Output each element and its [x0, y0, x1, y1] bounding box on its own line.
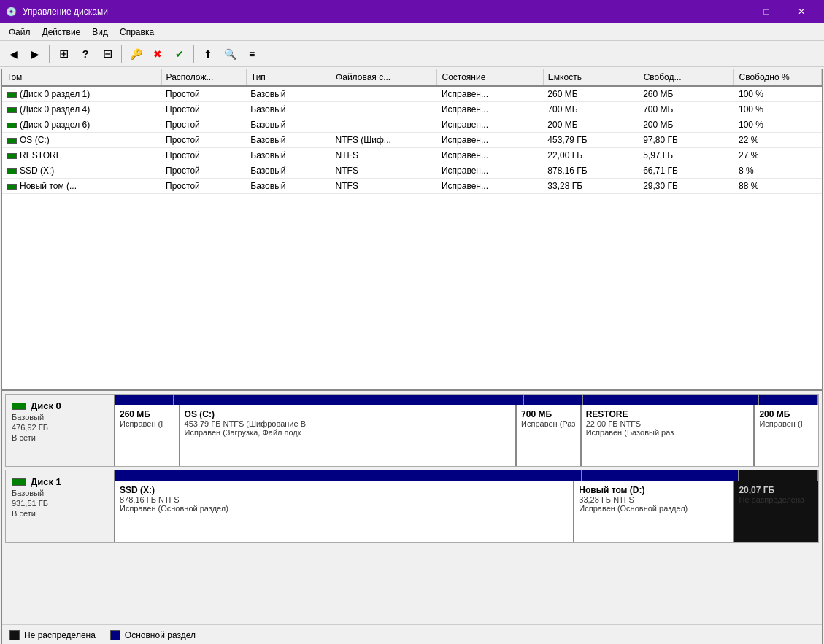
partition-bar-segment [759, 395, 818, 405]
volume-icon [7, 153, 17, 159]
maximize-button[interactable]: □ [750, 0, 783, 23]
partition-cell-sub2: Исправен (Основной раздел) [120, 504, 569, 513]
toolbar-up[interactable]: ⬆ [198, 44, 218, 64]
partition-cell-name: SSD (X:) [120, 485, 569, 495]
toolbar-forward[interactable]: ▶ [25, 44, 45, 64]
partition-cell[interactable]: 700 МБИсправен (Раз [517, 405, 582, 466]
toolbar-delete[interactable]: ✖ [147, 44, 168, 64]
partition-cell[interactable]: 200 МБИсправен (I [755, 405, 818, 466]
partition-cell-name: 700 МБ [521, 409, 576, 419]
partition-bar-segment [115, 470, 582, 481]
disk1-label: Диск 1 Базовый 931,51 ГБ В сети [6, 470, 115, 542]
col-volume[interactable]: Том [2, 69, 161, 86]
partition-bar-segment [174, 395, 524, 405]
table-row[interactable]: (Диск 0 раздел 1)ПростойБазовыйИсправен.… [2, 86, 822, 102]
toolbar-btn1[interactable]: ⊞ [53, 44, 74, 64]
main-content: Том Располож... Тип Файловая с... Состоя… [1, 69, 823, 644]
legend-label-unallocated: Не распределена [24, 630, 96, 640]
disk0-partitions: 260 МБИсправен (IOS (C:)453,79 ГБ NTFS (… [115, 395, 818, 466]
partition-cell-name: 260 МБ [120, 409, 174, 419]
partition-cell-sub1: Исправен (I [759, 419, 814, 428]
disk1-type: Базовый [12, 489, 108, 497]
toolbar-key[interactable]: 🔑 [126, 44, 146, 64]
partition-cell[interactable]: SSD (X:)878,16 ГБ NTFSИсправен (Основной… [115, 481, 574, 542]
partition-cell-name: Новый том (D:) [579, 485, 728, 495]
table-row[interactable]: (Диск 0 раздел 4)ПростойБазовыйИсправен.… [2, 102, 822, 117]
disk1-icon [12, 478, 26, 486]
table-row[interactable]: (Диск 0 раздел 6)ПростойБазовыйИсправен.… [2, 117, 822, 133]
toolbar-check[interactable]: ✔ [169, 44, 190, 64]
close-button[interactable]: ✕ [785, 0, 818, 23]
table-row[interactable]: RESTOREПростойБазовыйNTFSИсправен...22,0… [2, 148, 822, 163]
disk0-label: Диск 0 Базовый 476,92 ГБ В сети [6, 395, 115, 466]
disk1-partitions: SSD (X:)878,16 ГБ NTFSИсправен (Основной… [115, 470, 818, 542]
table-row[interactable]: OS (C:)ПростойБазовыйNTFS (Шиф...Исправе… [2, 133, 822, 148]
col-location[interactable]: Располож... [161, 69, 246, 86]
disk0-icon [12, 403, 26, 410]
disk-table: Том Располож... Тип Файловая с... Состоя… [2, 69, 822, 194]
toolbar-back[interactable]: ◀ [3, 44, 23, 64]
toolbar-search[interactable]: 🔍 [220, 44, 240, 64]
volume-icon [7, 138, 17, 144]
partition-bar-segment [524, 395, 583, 405]
list-area: Том Располож... Тип Файловая с... Состоя… [2, 69, 822, 391]
partition-bar-segment [115, 395, 174, 405]
disk0-status: В сети [12, 433, 108, 442]
disk1-name: Диск 1 [31, 476, 61, 487]
partition-cell-name: OS (C:) [185, 409, 512, 419]
menu-view[interactable]: Вид [86, 26, 114, 39]
disk1-status: В сети [12, 509, 108, 518]
menu-help[interactable]: Справка [114, 26, 160, 39]
legend-box-primary [110, 630, 120, 640]
col-status[interactable]: Состояние [437, 69, 543, 86]
disk0-size: 476,92 ГБ [12, 423, 108, 432]
legend-label-primary: Основной раздел [125, 630, 196, 640]
partition-cell-name: 20,07 ГБ [739, 485, 814, 495]
toolbar-list[interactable]: ≡ [242, 44, 262, 64]
menu-file[interactable]: Файл [3, 26, 36, 39]
partition-cell-name: 200 МБ [759, 409, 814, 419]
table-row[interactable]: SSD (X:)ПростойБазовыйNTFSИсправен...878… [2, 163, 822, 179]
partition-cell[interactable]: RESTORE22,00 ГБ NTFSИсправен (Базовый ра… [582, 405, 755, 466]
minimize-button[interactable]: — [715, 0, 748, 23]
menu-action[interactable]: Действие [36, 26, 87, 39]
col-capacity[interactable]: Емкость [543, 69, 639, 86]
table-row[interactable]: Новый том (...ПростойБазовыйNTFSИсправен… [2, 179, 822, 194]
volume-icon [7, 92, 17, 98]
volume-icon [7, 168, 17, 174]
legend-unallocated: Не распределена [9, 630, 96, 640]
volume-icon [7, 123, 17, 128]
disk-view-area: Диск 0 Базовый 476,92 ГБ В сети 260 МБИс… [2, 391, 822, 624]
partition-cell[interactable]: 20,07 ГБНе распределена [734, 481, 818, 542]
disk1-row: Диск 1 Базовый 931,51 ГБ В сети SSD (X:)… [5, 470, 819, 543]
partition-bar-segment [582, 470, 739, 481]
partition-cell[interactable]: Новый том (D:)33,28 ГБ NTFSИсправен (Осн… [574, 481, 734, 542]
partition-cell-name: RESTORE [586, 409, 750, 419]
col-filesystem[interactable]: Файловая с... [331, 69, 437, 86]
partition-bar-segment [583, 395, 758, 405]
partition-bar-segment [739, 470, 818, 481]
legend-box-unallocated [9, 630, 20, 640]
partition-cell[interactable]: 260 МБИсправен (I [115, 405, 180, 466]
partition-cell-sub2: Исправен (Загрузка, Файл подк [185, 428, 512, 437]
partition-cell-sub1: Исправен (Раз [521, 419, 576, 428]
menu-bar: Файл Действие Вид Справка [0, 23, 824, 41]
col-free[interactable]: Свобод... [639, 69, 734, 86]
disk0-name: Диск 0 [31, 400, 61, 411]
legend-primary: Основной раздел [110, 630, 196, 640]
partition-cell-sub1: 453,79 ГБ NTFS (Шифрование В [185, 419, 512, 428]
partition-cell-sub2: Исправен (Основной раздел) [579, 504, 728, 513]
partition-cell-sub2: Исправен (Базовый раз [586, 428, 750, 437]
col-type[interactable]: Тип [246, 69, 331, 86]
partition-cell-sub1: Исправен (I [120, 419, 174, 428]
legend-bar: Не распределена Основной раздел [2, 624, 822, 644]
partition-cell-sub1: Не распределена [739, 495, 814, 504]
volume-icon [7, 107, 17, 113]
volume-icon [7, 184, 17, 190]
toolbar-help-btn[interactable]: ? [75, 44, 96, 64]
partition-cell[interactable]: OS (C:)453,79 ГБ NTFS (Шифрование ВИспра… [180, 405, 517, 466]
disk0-row: Диск 0 Базовый 476,92 ГБ В сети 260 МБИс… [5, 394, 819, 467]
col-freepct[interactable]: Свободно % [734, 69, 822, 86]
partition-cell-sub1: 33,28 ГБ NTFS [579, 495, 728, 504]
toolbar-btn2[interactable]: ⊟ [97, 44, 118, 64]
